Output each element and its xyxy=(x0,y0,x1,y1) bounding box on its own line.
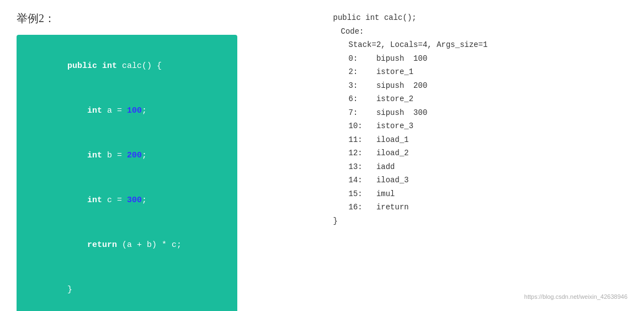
keyword-int-c: int xyxy=(87,196,102,205)
code-line-1: public int calc() { xyxy=(28,44,226,88)
output-block: public int calc(); Code: Stack=2, Locals… xyxy=(333,11,628,228)
instruction-line: 12: iload_2 xyxy=(333,146,628,160)
left-section: 举例2： public int calc() { int a = 100; in… xyxy=(17,11,322,300)
output-code-label: Code: xyxy=(333,25,628,39)
code-block: public int calc() { int a = 100; int b =… xyxy=(17,35,237,311)
watermark: https://blog.csdn.net/weixin_42638946 xyxy=(524,293,627,300)
output-header: public int calc(); xyxy=(333,11,628,25)
keyword-public: public xyxy=(67,61,97,71)
page-container: 举例2： public int calc() { int a = 100; in… xyxy=(0,0,644,311)
keyword-int-b: int xyxy=(87,151,102,160)
semi2: ; xyxy=(142,151,147,160)
instruction-line: 0: bipush 100 xyxy=(333,52,628,66)
instructions-container: 0: bipush 1002: istore_13: sipush 2006: … xyxy=(333,52,628,214)
num-100: 100 xyxy=(127,106,142,115)
instruction-line: 6: istore_2 xyxy=(333,92,628,106)
output-closing: } xyxy=(333,214,628,228)
right-section: public int calc(); Code: Stack=2, Locals… xyxy=(322,11,628,300)
code-line-3: int b = 200; xyxy=(28,133,226,178)
keyword-int: int xyxy=(102,61,117,71)
output-stack-info: Stack=2, Locals=4, Args_size=1 xyxy=(333,38,628,52)
code-line-5: return (a + b) * c; xyxy=(28,223,226,267)
instruction-line: 11: iload_1 xyxy=(333,133,628,147)
indent xyxy=(67,240,87,250)
var-b: b = xyxy=(102,151,127,160)
num-300: 300 xyxy=(127,196,142,205)
keyword-int-a: int xyxy=(87,106,102,115)
var-a: a = xyxy=(102,106,127,115)
section-title: 举例2： xyxy=(17,11,311,26)
instruction-line: 13: iadd xyxy=(333,160,628,174)
space xyxy=(97,61,102,71)
instruction-line: 16: ireturn xyxy=(333,201,628,214)
closing-brace: } xyxy=(67,285,72,294)
return-expr: (a + b) * c; xyxy=(117,240,182,250)
indent xyxy=(67,151,87,160)
indent xyxy=(67,196,87,205)
keyword-return: return xyxy=(87,240,117,250)
instruction-line: 3: sipush 200 xyxy=(333,79,628,93)
instruction-line: 14: iload_3 xyxy=(333,173,628,187)
code-line-6: } xyxy=(28,267,226,311)
var-c: c = xyxy=(102,196,127,205)
code-line-2: int a = 100; xyxy=(28,88,226,133)
num-200: 200 xyxy=(127,151,142,160)
instruction-line: 2: istore_1 xyxy=(333,65,628,79)
instruction-line: 15: imul xyxy=(333,187,628,201)
semi1: ; xyxy=(142,106,147,115)
instruction-line: 7: sipush 300 xyxy=(333,106,628,120)
code-line-4: int c = 300; xyxy=(28,178,226,223)
indent xyxy=(67,106,87,115)
semi3: ; xyxy=(142,196,147,205)
instruction-line: 10: istore_3 xyxy=(333,119,628,133)
method-sig: calc() { xyxy=(117,61,162,71)
